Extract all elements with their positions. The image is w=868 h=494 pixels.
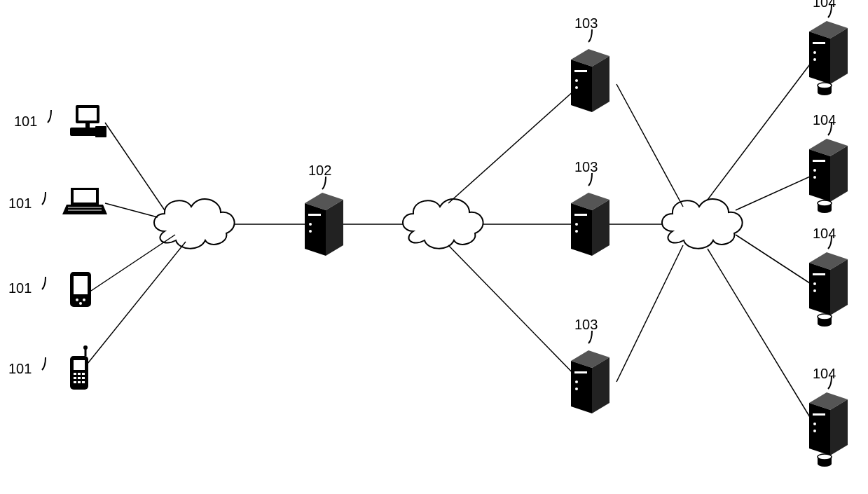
svg-line-49 [736,174,816,210]
svg-line-39 [84,242,186,368]
label-db-server-4: 104 [813,366,836,381]
server-mid-1: 103 [571,15,609,112]
server-db-2: 104 [809,112,848,213]
svg-line-44 [448,245,581,382]
svg-line-42 [448,84,581,203]
svg-line-48 [708,56,816,200]
svg-line-37 [105,203,158,217]
label-front-server: 102 [308,163,331,178]
server-mid-3: 103 [571,317,609,413]
label-db-server-1: 104 [813,0,836,10]
label-db-server-2: 104 [813,112,836,128]
label-client-1: 101 [14,114,37,129]
server-front: 102 [305,163,343,256]
label-client-3: 101 [8,280,32,296]
svg-line-38 [91,235,175,291]
client-desktop: 101 [14,105,106,137]
client-phone: 101 [8,345,88,390]
server-mid-2: 103 [571,159,609,256]
label-mid-server-2: 103 [574,159,598,174]
label-mid-server-1: 103 [574,15,598,31]
cloud-b [403,199,483,249]
label-mid-server-3: 103 [574,317,598,332]
svg-line-50 [736,235,816,287]
svg-line-36 [105,123,165,210]
client-pda: 101 [8,272,91,307]
server-db-3: 104 [809,226,848,327]
client-laptop: 101 [8,188,107,214]
cloud-c [662,199,743,249]
network-diagram: 101 101 101 101 102 103 103 103 [0,0,868,494]
svg-line-47 [616,245,683,382]
server-db-4: 104 [809,366,848,467]
server-db-1: 104 [809,0,848,95]
svg-line-45 [616,84,683,207]
svg-line-51 [708,249,816,427]
label-client-2: 101 [8,195,32,211]
label-client-4: 101 [8,361,32,376]
label-db-server-3: 104 [813,226,836,241]
